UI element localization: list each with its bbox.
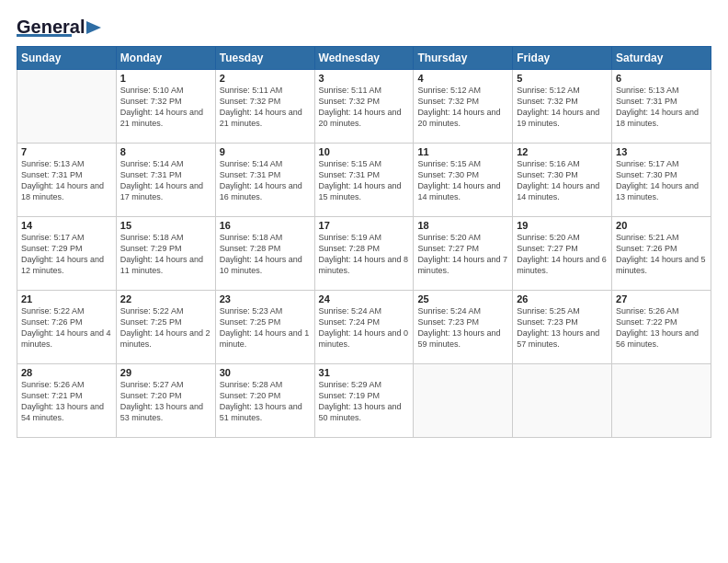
cell-info: Sunrise: 5:14 AMSunset: 7:31 PMDaylight:… bbox=[120, 158, 211, 203]
calendar-cell: 17 Sunrise: 5:19 AMSunset: 7:28 PMDaylig… bbox=[314, 217, 414, 291]
day-header-friday: Friday bbox=[513, 47, 612, 70]
day-number: 14 bbox=[21, 220, 112, 231]
cell-info: Sunrise: 5:14 AMSunset: 7:31 PMDaylight:… bbox=[220, 158, 311, 203]
calendar-cell: 20 Sunrise: 5:21 AMSunset: 7:26 PMDaylig… bbox=[612, 217, 711, 291]
cell-info: Sunrise: 5:15 AMSunset: 7:30 PMDaylight:… bbox=[417, 158, 508, 203]
calendar-cell bbox=[612, 364, 711, 438]
day-number: 21 bbox=[21, 293, 112, 304]
day-number: 29 bbox=[120, 367, 211, 378]
calendar-cell: 26 Sunrise: 5:25 AMSunset: 7:23 PMDaylig… bbox=[513, 291, 612, 364]
cell-info: Sunrise: 5:21 AMSunset: 7:26 PMDaylight:… bbox=[616, 232, 707, 277]
calendar-cell: 16 Sunrise: 5:18 AMSunset: 7:28 PMDaylig… bbox=[215, 217, 314, 291]
cell-info: Sunrise: 5:11 AMSunset: 7:32 PMDaylight:… bbox=[220, 85, 311, 130]
day-number: 18 bbox=[417, 220, 508, 231]
calendar-cell: 3 Sunrise: 5:11 AMSunset: 7:32 PMDayligh… bbox=[314, 70, 414, 144]
day-number: 19 bbox=[517, 220, 608, 231]
cell-info: Sunrise: 5:24 AMSunset: 7:24 PMDaylight:… bbox=[319, 305, 410, 350]
day-header-wednesday: Wednesday bbox=[314, 47, 414, 70]
calendar-cell: 7 Sunrise: 5:13 AMSunset: 7:31 PMDayligh… bbox=[17, 144, 117, 217]
day-header-tuesday: Tuesday bbox=[215, 47, 314, 70]
logo: General bbox=[17, 17, 103, 37]
calendar-cell bbox=[513, 364, 612, 438]
cell-info: Sunrise: 5:28 AMSunset: 7:20 PMDaylight:… bbox=[220, 379, 311, 424]
day-number: 8 bbox=[120, 146, 211, 157]
day-number: 2 bbox=[220, 73, 311, 84]
day-number: 12 bbox=[517, 146, 608, 157]
calendar-cell: 27 Sunrise: 5:26 AMSunset: 7:22 PMDaylig… bbox=[612, 291, 711, 364]
day-number: 20 bbox=[616, 220, 707, 231]
cell-info: Sunrise: 5:12 AMSunset: 7:32 PMDaylight:… bbox=[417, 85, 508, 130]
cell-info: Sunrise: 5:13 AMSunset: 7:31 PMDaylight:… bbox=[616, 85, 707, 130]
day-header-thursday: Thursday bbox=[414, 47, 513, 70]
day-number: 16 bbox=[220, 220, 311, 231]
calendar-cell: 19 Sunrise: 5:20 AMSunset: 7:27 PMDaylig… bbox=[513, 217, 612, 291]
cell-info: Sunrise: 5:25 AMSunset: 7:23 PMDaylight:… bbox=[517, 305, 608, 350]
cell-info: Sunrise: 5:23 AMSunset: 7:25 PMDaylight:… bbox=[220, 305, 311, 350]
day-header-sunday: Sunday bbox=[17, 47, 117, 70]
cell-info: Sunrise: 5:18 AMSunset: 7:28 PMDaylight:… bbox=[220, 232, 311, 277]
calendar-cell: 10 Sunrise: 5:15 AMSunset: 7:31 PMDaylig… bbox=[314, 144, 414, 217]
calendar-cell: 9 Sunrise: 5:14 AMSunset: 7:31 PMDayligh… bbox=[215, 144, 314, 217]
day-number: 7 bbox=[21, 146, 112, 157]
header: General bbox=[17, 17, 711, 37]
calendar-cell: 14 Sunrise: 5:17 AMSunset: 7:29 PMDaylig… bbox=[17, 217, 117, 291]
calendar-cell: 2 Sunrise: 5:11 AMSunset: 7:32 PMDayligh… bbox=[215, 70, 314, 144]
cell-info: Sunrise: 5:10 AMSunset: 7:32 PMDaylight:… bbox=[120, 85, 211, 130]
day-number: 10 bbox=[319, 146, 410, 157]
day-number: 15 bbox=[120, 220, 211, 231]
cell-info: Sunrise: 5:29 AMSunset: 7:19 PMDaylight:… bbox=[319, 379, 410, 424]
day-number: 26 bbox=[517, 293, 608, 304]
logo-underline bbox=[17, 34, 72, 37]
cell-info: Sunrise: 5:17 AMSunset: 7:29 PMDaylight:… bbox=[21, 232, 112, 277]
week-row-3: 14 Sunrise: 5:17 AMSunset: 7:29 PMDaylig… bbox=[17, 217, 711, 291]
day-number: 22 bbox=[120, 293, 211, 304]
cell-info: Sunrise: 5:11 AMSunset: 7:32 PMDaylight:… bbox=[319, 85, 410, 130]
calendar-cell: 6 Sunrise: 5:13 AMSunset: 7:31 PMDayligh… bbox=[612, 70, 711, 144]
calendar-cell: 12 Sunrise: 5:16 AMSunset: 7:30 PMDaylig… bbox=[513, 144, 612, 217]
cell-info: Sunrise: 5:20 AMSunset: 7:27 PMDaylight:… bbox=[517, 232, 608, 277]
day-number: 28 bbox=[21, 367, 112, 378]
day-number: 24 bbox=[319, 293, 410, 304]
calendar-cell: 25 Sunrise: 5:24 AMSunset: 7:23 PMDaylig… bbox=[414, 291, 513, 364]
day-number: 1 bbox=[120, 73, 211, 84]
cell-info: Sunrise: 5:19 AMSunset: 7:28 PMDaylight:… bbox=[319, 232, 410, 277]
cell-info: Sunrise: 5:13 AMSunset: 7:31 PMDaylight:… bbox=[21, 158, 112, 203]
week-row-5: 28 Sunrise: 5:26 AMSunset: 7:21 PMDaylig… bbox=[17, 364, 711, 438]
calendar-cell: 24 Sunrise: 5:24 AMSunset: 7:24 PMDaylig… bbox=[314, 291, 414, 364]
cell-info: Sunrise: 5:17 AMSunset: 7:30 PMDaylight:… bbox=[616, 158, 707, 203]
day-number: 17 bbox=[319, 220, 410, 231]
calendar-cell bbox=[414, 364, 513, 438]
calendar-cell: 28 Sunrise: 5:26 AMSunset: 7:21 PMDaylig… bbox=[17, 364, 117, 438]
calendar-cell: 23 Sunrise: 5:23 AMSunset: 7:25 PMDaylig… bbox=[215, 291, 314, 364]
days-header-row: SundayMondayTuesdayWednesdayThursdayFrid… bbox=[17, 47, 711, 70]
day-number: 13 bbox=[616, 146, 707, 157]
day-number: 30 bbox=[220, 367, 311, 378]
day-number: 31 bbox=[319, 367, 410, 378]
calendar-cell: 29 Sunrise: 5:27 AMSunset: 7:20 PMDaylig… bbox=[116, 364, 215, 438]
day-number: 6 bbox=[616, 73, 707, 84]
cell-info: Sunrise: 5:15 AMSunset: 7:31 PMDaylight:… bbox=[319, 158, 410, 203]
day-number: 11 bbox=[417, 146, 508, 157]
cell-info: Sunrise: 5:24 AMSunset: 7:23 PMDaylight:… bbox=[417, 305, 508, 350]
day-number: 5 bbox=[517, 73, 608, 84]
cell-info: Sunrise: 5:22 AMSunset: 7:25 PMDaylight:… bbox=[120, 305, 211, 350]
calendar-cell: 5 Sunrise: 5:12 AMSunset: 7:32 PMDayligh… bbox=[513, 70, 612, 144]
calendar-cell bbox=[17, 70, 117, 144]
week-row-4: 21 Sunrise: 5:22 AMSunset: 7:26 PMDaylig… bbox=[17, 291, 711, 364]
week-row-2: 7 Sunrise: 5:13 AMSunset: 7:31 PMDayligh… bbox=[17, 144, 711, 217]
calendar-cell: 18 Sunrise: 5:20 AMSunset: 7:27 PMDaylig… bbox=[414, 217, 513, 291]
calendar-cell: 8 Sunrise: 5:14 AMSunset: 7:31 PMDayligh… bbox=[116, 144, 215, 217]
week-row-1: 1 Sunrise: 5:10 AMSunset: 7:32 PMDayligh… bbox=[17, 70, 711, 144]
logo-arrow-icon bbox=[85, 19, 103, 36]
calendar-cell: 21 Sunrise: 5:22 AMSunset: 7:26 PMDaylig… bbox=[17, 291, 117, 364]
day-number: 27 bbox=[616, 293, 707, 304]
cell-info: Sunrise: 5:26 AMSunset: 7:22 PMDaylight:… bbox=[616, 305, 707, 350]
day-number: 3 bbox=[319, 73, 410, 84]
cell-info: Sunrise: 5:20 AMSunset: 7:27 PMDaylight:… bbox=[417, 232, 508, 277]
day-number: 9 bbox=[220, 146, 311, 157]
day-header-monday: Monday bbox=[116, 47, 215, 70]
calendar-cell: 4 Sunrise: 5:12 AMSunset: 7:32 PMDayligh… bbox=[414, 70, 513, 144]
cell-info: Sunrise: 5:22 AMSunset: 7:26 PMDaylight:… bbox=[21, 305, 112, 350]
calendar-cell: 11 Sunrise: 5:15 AMSunset: 7:30 PMDaylig… bbox=[414, 144, 513, 217]
calendar-container: General SundayMondayTuesdayWednesdayThur… bbox=[0, 0, 728, 563]
